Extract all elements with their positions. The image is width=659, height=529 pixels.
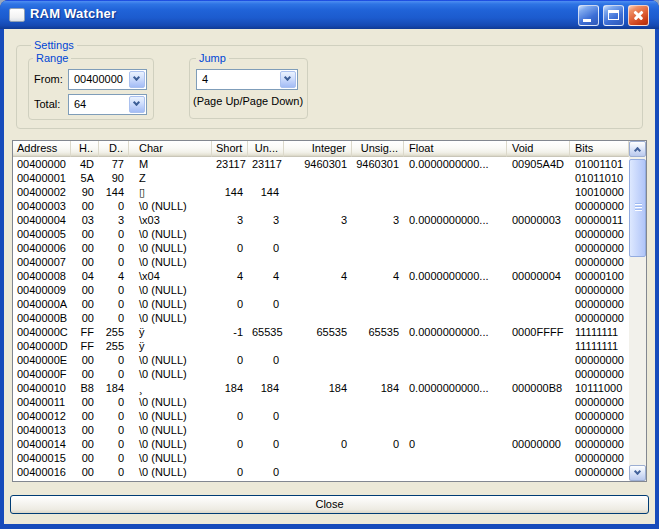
- table-row[interactable]: 00400011000\0 (NULL)00000000: [13, 395, 629, 409]
- total-combobox[interactable]: 64: [68, 94, 147, 115]
- table-row[interactable]: 00400005000\0 (NULL)00000000: [13, 227, 629, 241]
- cell-void: [507, 353, 570, 367]
- column-header-dec[interactable]: D..: [99, 141, 129, 157]
- cell-integer: 0: [284, 437, 352, 451]
- column-header-hex[interactable]: H..: [71, 141, 99, 157]
- close-button[interactable]: Close: [10, 495, 649, 514]
- cell-float: 0.0000000000...: [404, 381, 507, 395]
- cell-void: [507, 465, 570, 479]
- cell-hex: FF: [71, 339, 99, 353]
- cell-bits: 00000100: [570, 269, 629, 283]
- table-row[interactable]: 0040000A000\0 (NULL)0000000000: [13, 297, 629, 311]
- cell-unsigned-integer: [352, 451, 404, 465]
- cell-dec: 0: [99, 437, 129, 451]
- cell-short: 3: [212, 213, 248, 227]
- from-combobox-dropdown-button[interactable]: [129, 71, 145, 88]
- cell-address: 00400001: [13, 171, 71, 185]
- cell-dec: 184: [99, 381, 129, 395]
- table-row[interactable]: 004000015A90Z01011010: [13, 171, 629, 185]
- cell-float: [404, 451, 507, 465]
- table-row[interactable]: 00400008044\x0444440.0000000000...000000…: [13, 269, 629, 283]
- cell-float: [404, 199, 507, 213]
- table-row[interactable]: 00400004033\x0333330.0000000000...000000…: [13, 213, 629, 227]
- cell-dec: 144: [99, 185, 129, 199]
- table-row[interactable]: 00400010B8184¸1841841841840.0000000000..…: [13, 381, 629, 395]
- total-combobox-value: 64: [74, 98, 86, 110]
- column-header-unsigned-short[interactable]: Un...: [248, 141, 284, 157]
- cell-short: [212, 395, 248, 409]
- column-header-short[interactable]: Short: [212, 141, 248, 157]
- cell-unsigned-short: 3: [248, 213, 284, 227]
- maximize-button[interactable]: [603, 5, 624, 26]
- scroll-up-button[interactable]: [629, 141, 646, 157]
- table-row[interactable]: 00400015000\0 (NULL)00000000: [13, 451, 629, 465]
- table-row[interactable]: 0040000290144▯14414410010000: [13, 185, 629, 199]
- cell-bits: 00000000: [570, 297, 629, 311]
- cell-unsigned-short: 0: [248, 241, 284, 255]
- cell-dec: 4: [99, 269, 129, 283]
- cell-unsigned-short: 0: [248, 465, 284, 479]
- cell-void: 00000003: [507, 213, 570, 227]
- minimize-button[interactable]: [578, 5, 599, 26]
- cell-short: [212, 255, 248, 269]
- column-header-integer[interactable]: Integer: [284, 141, 352, 157]
- column-header-unsigned-integer[interactable]: Unsig...: [352, 141, 404, 157]
- cell-hex: 00: [71, 353, 99, 367]
- table-row[interactable]: 00400016000\0 (NULL)0000000000: [13, 465, 629, 479]
- table-row[interactable]: 00400007000\0 (NULL)00000000: [13, 255, 629, 269]
- table-row[interactable]: 00400009000\0 (NULL)00000000: [13, 283, 629, 297]
- cell-void: [507, 199, 570, 213]
- cell-dec: 0: [99, 297, 129, 311]
- table-row[interactable]: 00400003000\0 (NULL)00000000: [13, 199, 629, 213]
- total-combobox-dropdown-button[interactable]: [129, 96, 145, 113]
- table-row[interactable]: 00400006000\0 (NULL)0000000000: [13, 241, 629, 255]
- table-row[interactable]: 0040000F000\0 (NULL)00000000: [13, 367, 629, 381]
- table-row[interactable]: 00400012000\0 (NULL)0000000000: [13, 409, 629, 423]
- table-row[interactable]: 0040000E000\0 (NULL)0000000000: [13, 353, 629, 367]
- scroll-down-button[interactable]: [629, 465, 646, 481]
- client-area: Settings Range Jump From: 00400000 Total…: [4, 29, 655, 524]
- jump-combobox-dropdown-button[interactable]: [280, 71, 296, 88]
- column-header-char[interactable]: Char: [129, 141, 212, 157]
- cell-unsigned-short: [248, 199, 284, 213]
- cell-address: 00400008: [13, 269, 71, 283]
- table-row[interactable]: 0040000B000\0 (NULL)00000000: [13, 311, 629, 325]
- cell-float: [404, 227, 507, 241]
- cell-char: ¸: [129, 381, 212, 395]
- cell-unsigned-integer: [352, 199, 404, 213]
- table-row[interactable]: 0040000CFF255ÿ-16553565535655350.0000000…: [13, 325, 629, 339]
- cell-void: [507, 171, 570, 185]
- cell-short: [212, 423, 248, 437]
- column-header-address[interactable]: Address: [13, 141, 71, 157]
- cell-integer: [284, 451, 352, 465]
- cell-unsigned-integer: [352, 255, 404, 269]
- table-row[interactable]: 0040000DFF255ÿ11111111: [13, 339, 629, 353]
- vertical-scrollbar[interactable]: [629, 141, 646, 481]
- cell-void: 00000004: [507, 269, 570, 283]
- titlebar[interactable]: RAM Watcher: [0, 0, 659, 29]
- close-window-button[interactable]: [628, 5, 649, 26]
- column-header-float[interactable]: Float: [404, 141, 507, 157]
- cell-integer: 4: [284, 269, 352, 283]
- cell-bits: 00000000: [570, 227, 629, 241]
- memory-listview[interactable]: AddressH..D..CharShortUn...IntegerUnsig.…: [12, 140, 647, 482]
- cell-bits: 00000000: [570, 241, 629, 255]
- scrollbar-thumb[interactable]: [629, 159, 646, 257]
- table-row[interactable]: 00400014000\0 (NULL)00000000000000000000…: [13, 437, 629, 451]
- cell-float: [404, 185, 507, 199]
- table-row[interactable]: 00400013000\0 (NULL)00000000: [13, 423, 629, 437]
- cell-unsigned-integer: [352, 227, 404, 241]
- cell-bits: 00000000: [570, 437, 629, 451]
- cell-dec: 3: [99, 213, 129, 227]
- cell-dec: 0: [99, 241, 129, 255]
- cell-address: 00400013: [13, 423, 71, 437]
- cell-dec: 0: [99, 465, 129, 479]
- cell-unsigned-integer: [352, 171, 404, 185]
- jump-combobox[interactable]: 4: [196, 69, 298, 90]
- column-header-void[interactable]: Void: [507, 141, 570, 157]
- cell-bits: 00000011: [570, 213, 629, 227]
- from-combobox[interactable]: 00400000: [68, 69, 147, 90]
- column-header-bits[interactable]: Bits: [570, 141, 629, 157]
- cell-char: \0 (NULL): [129, 437, 212, 451]
- table-row[interactable]: 004000004D77M2311723117946030194603010.0…: [13, 157, 629, 171]
